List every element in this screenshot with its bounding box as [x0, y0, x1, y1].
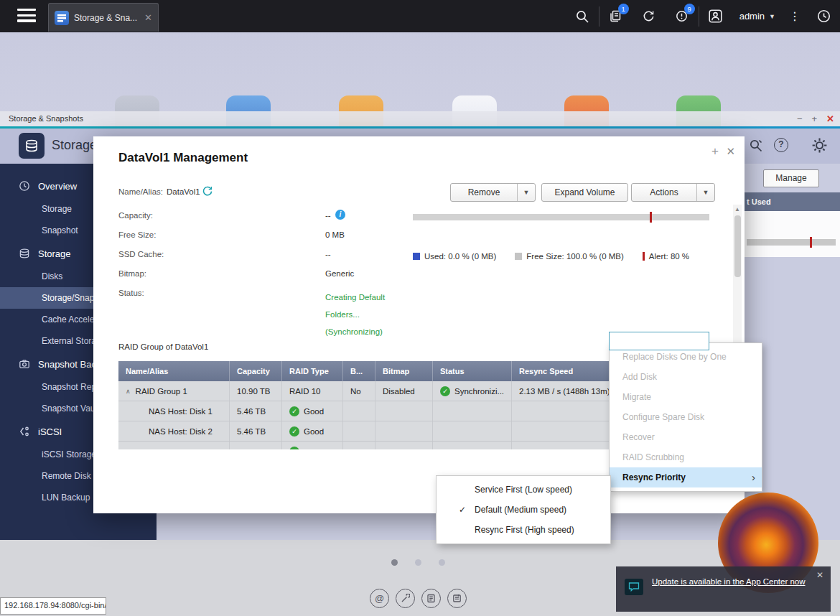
capacity-value: --: [325, 211, 331, 220]
status-ok-icon: ✓: [289, 447, 299, 450]
tasks-badge: 1: [618, 4, 629, 14]
submenu-item-default[interactable]: ✓ Default (Medium speed): [437, 500, 610, 520]
collapse-chevron-icon[interactable]: ∧: [126, 388, 131, 395]
name-alias-label: Name/Alias:: [118, 187, 163, 196]
menu-item-resync-priority[interactable]: Resync Priority ›: [610, 467, 762, 487]
cell-health: ✓Good: [282, 401, 343, 421]
iscsi-icon: [19, 426, 30, 437]
window-titlebar[interactable]: Storage & Snapshots − + ✕: [0, 111, 840, 126]
notes-icon[interactable]: [447, 589, 467, 608]
cell-b: [343, 421, 375, 441]
scrollbar-thumb[interactable]: [734, 215, 741, 277]
section-label: Overview: [38, 181, 77, 192]
more-options-icon[interactable]: ⋮: [783, 9, 807, 23]
cell-status: [433, 401, 512, 421]
menu-item-add-disk[interactable]: Add Disk: [610, 367, 762, 387]
dialog-close-icon[interactable]: ✕: [726, 145, 735, 158]
feedback-icon[interactable]: @: [370, 589, 389, 608]
background-tasks-icon[interactable]: 1: [599, 0, 633, 32]
menu-item-configure-spare-disk[interactable]: Configure Spare Disk: [610, 407, 762, 427]
tab-close-icon[interactable]: ✕: [144, 12, 152, 23]
notifications-icon[interactable]: 9: [666, 0, 699, 32]
search-icon[interactable]: [566, 0, 599, 32]
toast-link[interactable]: Update is available in the App Center no…: [652, 576, 813, 587]
submenu-arrow-icon: ›: [752, 467, 755, 487]
user-icon[interactable]: [699, 0, 732, 32]
remove-button[interactable]: Remove ▼: [450, 183, 536, 202]
cell-capacity: [230, 442, 282, 449]
app-tab-storage[interactable]: Storage & Sna... ✕: [48, 3, 159, 32]
page-dot[interactable]: [391, 559, 398, 566]
name-alias-value: DataVol1: [167, 187, 200, 196]
ssd-cache-value: --: [325, 250, 331, 258]
menu-item-migrate[interactable]: Migrate: [610, 387, 762, 407]
submenu-item-resync-first[interactable]: Resync First (High speed): [437, 520, 610, 540]
resync-priority-submenu: Service First (Low speed) ✓ Default (Med…: [436, 475, 611, 544]
alert-swatch: [643, 252, 645, 261]
manual-icon[interactable]: [421, 589, 441, 608]
remove-label: Remove: [451, 187, 517, 197]
usage-progress-bar: [413, 214, 709, 220]
storage-icon: [19, 248, 30, 259]
user-menu[interactable]: admin ▼: [732, 11, 783, 22]
col-raid-type[interactable]: RAID Type: [282, 361, 343, 381]
desktop-quick-icons: @: [370, 589, 467, 608]
status-url: 192.168.178.94:8080/cgi-bin/#: [0, 597, 106, 615]
expand-label: Expand Volume: [542, 187, 627, 197]
menu-item-recover[interactable]: Recover: [610, 427, 762, 447]
toast-close-icon[interactable]: ✕: [816, 570, 823, 580]
menu-item-raid-scrubbing[interactable]: RAID Scrubbing: [610, 447, 762, 467]
cell-status: [433, 442, 512, 449]
page-dot[interactable]: [439, 559, 445, 566]
raid-manage-menu: Replace Disks One by One Add Disk Migrat…: [609, 342, 762, 492]
cell-name: ∧RAID Group 1: [118, 381, 230, 401]
screen: Storage & Sna... ✕ 1 9 a: [0, 0, 840, 616]
help-icon[interactable]: ?: [774, 138, 788, 152]
col-bitmap[interactable]: Bitmap: [375, 361, 433, 381]
popout-icon[interactable]: +: [711, 144, 719, 159]
remove-dropdown-icon[interactable]: ▼: [517, 184, 535, 201]
col-status[interactable]: Status: [433, 361, 512, 381]
window-title: Storage & Snapshots: [9, 114, 83, 123]
snapshot-backup-icon: [19, 358, 30, 370]
update-toast[interactable]: Update is available in the App Center no…: [616, 566, 831, 612]
main-menu-icon[interactable]: [17, 9, 36, 23]
close-window-icon[interactable]: ✕: [826, 111, 834, 126]
raid-manage-dropdown-button[interactable]: [609, 332, 709, 350]
section-label: Storage: [38, 248, 71, 259]
submenu-item-service-first[interactable]: Service First (Low speed): [437, 480, 610, 500]
refresh-icon[interactable]: [202, 185, 213, 200]
dialog-title: DataVol1 Management: [118, 151, 248, 165]
cell-name: NAS Host: Disk 2: [118, 421, 230, 441]
expand-volume-button[interactable]: Expand Volume: [541, 183, 628, 202]
quick-start-icon[interactable]: [396, 589, 415, 608]
cell-b: No: [343, 381, 375, 401]
tools-icon[interactable]: [748, 138, 764, 157]
page-dot[interactable]: [415, 559, 421, 566]
col-name-alias[interactable]: Name/Alias: [118, 361, 230, 381]
scroll-up-icon[interactable]: ▲: [733, 205, 742, 214]
sync-status-icon[interactable]: [633, 0, 666, 32]
cell-name: [118, 442, 230, 449]
col-b[interactable]: B...: [343, 361, 375, 381]
storage-snapshots-app-icon: [19, 133, 45, 159]
settings-gear-icon[interactable]: [811, 136, 829, 157]
col-capacity[interactable]: Capacity: [230, 361, 282, 381]
storage-app-icon: [55, 11, 69, 25]
topbar: Storage & Sna... ✕ 1 9 a: [0, 0, 840, 32]
actions-button[interactable]: Actions ▼: [631, 183, 715, 202]
used-swatch: [413, 253, 420, 260]
actions-dropdown-icon[interactable]: ▼: [696, 184, 714, 201]
maximize-icon[interactable]: +: [812, 111, 818, 126]
manage-button[interactable]: Manage: [763, 169, 819, 187]
tab-label: Storage & Sna...: [74, 13, 141, 23]
minimize-icon[interactable]: −: [797, 111, 803, 126]
info-icon[interactable]: i: [335, 210, 345, 220]
cell-name: NAS Host: Disk 1: [118, 401, 230, 421]
cell-bitmap: [375, 442, 433, 449]
free-size-value: 0 MB: [325, 230, 345, 239]
resync-priority-label: Resync Priority: [622, 472, 686, 482]
resource-monitor-icon[interactable]: [807, 0, 840, 32]
user-name: admin: [739, 11, 765, 22]
legend-used: Used: 0.0 % (0 MB): [424, 252, 496, 261]
